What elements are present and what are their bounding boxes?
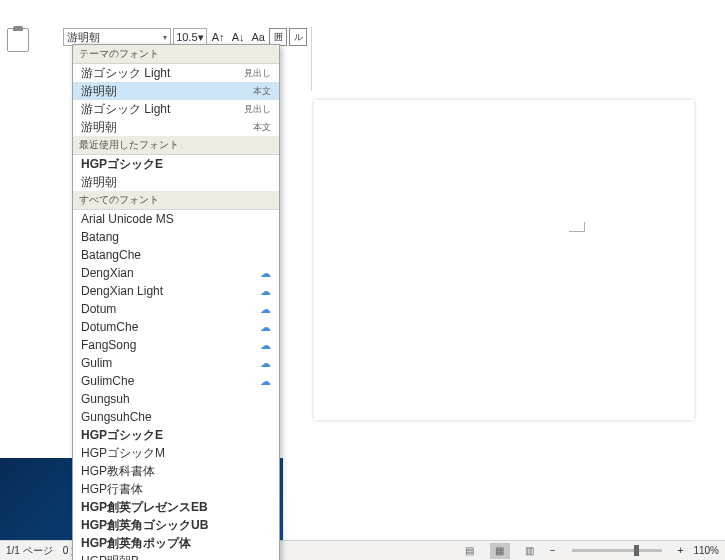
font-option[interactable]: BatangChe (73, 246, 279, 264)
font-option[interactable]: 游ゴシック Light見出し (73, 64, 279, 82)
font-option[interactable]: HGP創英プレゼンスEB (73, 498, 279, 516)
page-count[interactable]: 1/1 ページ (6, 544, 53, 558)
document-area[interactable] (283, 92, 725, 540)
web-layout-button[interactable]: ▥ (520, 543, 540, 559)
font-option[interactable]: 游ゴシック Light見出し (73, 100, 279, 118)
dropdown-section-header: すべてのフォント (73, 191, 279, 210)
cloud-icon: ☁ (260, 357, 271, 370)
page[interactable] (314, 100, 694, 420)
font-option[interactable]: Dotum☁ (73, 300, 279, 318)
font-option[interactable]: 游明朝 (73, 173, 279, 191)
font-option[interactable]: HGP行書体 (73, 480, 279, 498)
cloud-icon: ☁ (260, 303, 271, 316)
zoom-in-button[interactable]: + (678, 545, 684, 556)
cloud-icon: ☁ (260, 339, 271, 352)
font-option[interactable]: HGPゴシックM (73, 444, 279, 462)
cloud-icon: ☁ (260, 375, 271, 388)
font-option[interactable]: DengXian Light☁ (73, 282, 279, 300)
font-option[interactable]: HGPゴシックE (73, 155, 279, 173)
font-option[interactable]: HGP教科書体 (73, 462, 279, 480)
dropdown-section-header: 最近使用したフォント (73, 136, 279, 155)
font-option[interactable]: Batang (73, 228, 279, 246)
cloud-icon: ☁ (260, 321, 271, 334)
cloud-icon: ☁ (260, 267, 271, 280)
font-option[interactable]: Gulim☁ (73, 354, 279, 372)
font-option[interactable]: 游明朝本文 (73, 118, 279, 136)
cloud-icon: ☁ (260, 285, 271, 298)
text-cursor (569, 222, 585, 232)
font-option[interactable]: FangSong☁ (73, 336, 279, 354)
dropdown-section-header: テーマのフォント (73, 45, 279, 64)
font-option[interactable]: GungsuhChe (73, 408, 279, 426)
font-option[interactable]: Arial Unicode MS (73, 210, 279, 228)
zoom-out-button[interactable]: − (550, 545, 556, 556)
font-dropdown[interactable]: テーマのフォント游ゴシック Light見出し游明朝本文游ゴシック Light見出… (72, 44, 280, 560)
font-option[interactable]: Gungsuh (73, 390, 279, 408)
zoom-level[interactable]: 110% (693, 545, 719, 556)
zoom-slider[interactable] (572, 549, 662, 552)
print-layout-button[interactable]: ▦ (490, 543, 510, 559)
read-mode-button[interactable]: ▤ (460, 543, 480, 559)
font-option[interactable]: 游明朝本文 (73, 82, 279, 100)
font-option[interactable]: DotumChe☁ (73, 318, 279, 336)
font-option[interactable]: HGPゴシックE (73, 426, 279, 444)
font-option[interactable]: DengXian☁ (73, 264, 279, 282)
font-option[interactable]: GulimChe☁ (73, 372, 279, 390)
font-option[interactable]: HGP創英角ゴシックUB (73, 516, 279, 534)
font-option[interactable]: HGP創英角ポップ体 (73, 534, 279, 552)
clipboard-icon (7, 28, 29, 52)
font-option[interactable]: HGP明朝B (73, 552, 279, 560)
phonetic-guide-button[interactable]: ル (289, 28, 307, 46)
